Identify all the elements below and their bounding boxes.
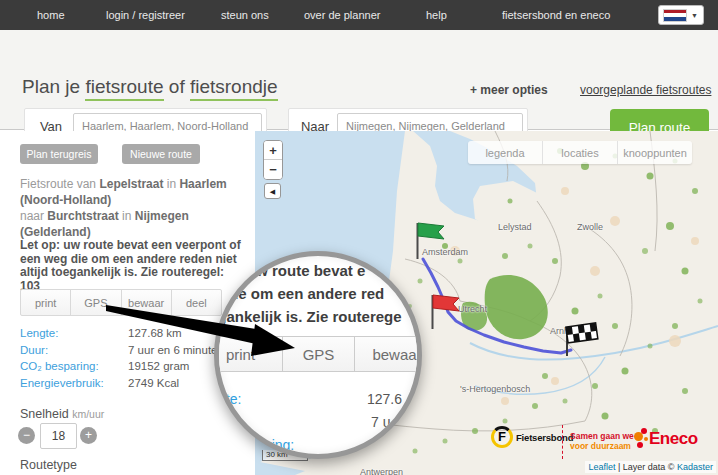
print-button[interactable]: print (21, 290, 71, 315)
top-nav: home login / registreer steun ons over d… (0, 0, 718, 30)
lens-warning-line3: egankelijk is. Zie routerege (214, 308, 402, 325)
stat-row-lengte: Lengte:127.68 km (20, 325, 240, 342)
zoom-in-button[interactable]: + (264, 141, 282, 160)
nieuwe-route-button[interactable]: Nieuwe route (122, 144, 200, 164)
lens-bewaar-button: bewaar (355, 337, 422, 371)
plan-terugreis-button[interactable]: Plan terugreis (20, 144, 98, 164)
samen-gaan-we-logo: Samen gaan we voor duurzaam (570, 432, 634, 451)
lens-lengte-value: 127.6 (367, 391, 402, 407)
stat-row-co2: CO₂ besparing:19152 gram (20, 358, 240, 375)
route-sidebar: Plan terugreis Nieuwe route Fietsroute v… (0, 131, 255, 475)
kadaster-link[interactable]: Kadaster (677, 462, 713, 472)
warning-flag-marker[interactable] (426, 291, 462, 333)
route-warning-text: Let op: uw route bevat een veerpont of e… (20, 239, 246, 293)
bewaar-button[interactable]: bewaar (122, 290, 172, 315)
snelheid-label: Snelheid km/uur (20, 407, 104, 421)
stat-label: Duur: (20, 344, 128, 356)
stat-value: 127.68 km (128, 327, 182, 339)
start-flag-marker[interactable] (411, 219, 447, 263)
eneco-logo: Eneco (633, 428, 698, 450)
desc-text: naar (20, 209, 47, 223)
stat-label: Lengte: (20, 327, 128, 339)
fietsroute-link[interactable]: fietsroute (85, 76, 163, 101)
attribution-text: | Layer data © (615, 462, 677, 472)
route-action-bar: print GPS bewaar deel (20, 289, 222, 316)
city-label-zwolle: Zwolle (577, 222, 603, 232)
zoom-out-button[interactable]: − (264, 160, 282, 179)
speed-input[interactable] (40, 423, 77, 449)
routetype-label: Routetype (20, 458, 77, 472)
voorgeplande-fietsroutes-link[interactable]: voorgeplande fietsroutes (580, 83, 711, 97)
fietsersbond-f-icon: F (491, 426, 513, 448)
leaflet-link[interactable]: Leaflet (588, 462, 615, 472)
lens-warning-line1: uw route bevat e (247, 262, 365, 279)
stat-label: CO₂ besparing: (20, 360, 128, 372)
lens-gps-button: GPS (283, 337, 355, 371)
planner-header: Plan je fietsroute of fietsrondje + meer… (0, 30, 718, 130)
city-label-utrecht: Utrecht (458, 304, 487, 314)
city-label-lelystad: Lelystad (498, 222, 532, 232)
legenda-button[interactable]: legenda (468, 141, 543, 164)
map-layer-control: legenda locaties knooppunten (468, 141, 692, 164)
snelheid-text: Snelheid (20, 407, 69, 421)
desc-start-street: Lepelstraat (99, 177, 163, 191)
locaties-button[interactable]: locaties (543, 141, 618, 164)
knooppunten-button[interactable]: knooppunten (618, 141, 692, 164)
fietsersbond-logo: F Fietsersbond (491, 426, 573, 448)
stat-value: 7 uur en 6 minuten (128, 344, 224, 356)
title-prefix: Plan je (22, 76, 85, 97)
desc-text: in (163, 177, 179, 191)
deel-button[interactable]: deel (172, 290, 221, 315)
speed-increase-button[interactable]: + (80, 427, 97, 444)
eneco-dots-icon (633, 428, 649, 450)
page-title: Plan je fietsroute of fietsrondje (22, 76, 278, 98)
magnifier-lens: uw route bevat e die om een andere red e… (214, 251, 422, 459)
route-description: Fietsroute van Lepelstraat in Haarlem (N… (20, 176, 244, 240)
samen-line2: voor duurzaam (570, 442, 634, 452)
stat-row-duur: Duur:7 uur en 6 minuten (20, 342, 240, 359)
desc-text: in (119, 209, 135, 223)
title-mid: of (164, 76, 190, 97)
desc-end-street: Burchtstraat (47, 209, 118, 223)
lens-warning-line2: die om een andere red (225, 285, 384, 302)
city-label-antwerpen: Antwerpen (360, 467, 403, 475)
route-planner-page: home login / registreer steun ons over d… (0, 0, 718, 475)
finish-flag-marker[interactable] (557, 321, 603, 361)
nav-help[interactable]: help (426, 0, 447, 30)
fietsersbond-text: Fietsersbond (516, 432, 573, 443)
chevron-down-icon: ▼ (691, 12, 698, 19)
desc-text: Fietsroute van (20, 177, 99, 191)
language-selector[interactable]: ▼ (658, 5, 704, 25)
stat-row-energie: Energieverbruik:2749 Kcal (20, 375, 240, 392)
nav-steun-ons[interactable]: steun ons (221, 0, 269, 30)
city-label-shertogenbosch: 's-Hertogenbosch (460, 384, 530, 394)
nav-over-de-planner[interactable]: over de planner (304, 0, 380, 30)
map-zoom-control: + − (263, 140, 283, 180)
stat-value: 19152 gram (128, 360, 189, 372)
sidebar-collapse-button[interactable]: ◀ (264, 183, 281, 199)
eneco-text: Eneco (649, 429, 698, 449)
nav-fietsersbond-en-eneco[interactable]: fietsersbond en eneco (502, 0, 610, 30)
nav-home[interactable]: home (37, 0, 65, 30)
stat-label: Energieverbruik: (20, 377, 128, 389)
snelheid-unit: km/uur (72, 408, 104, 420)
lens-action-bar: print GPS bewaar (214, 336, 422, 372)
lens-duur-value: 7 u (371, 414, 390, 430)
fietsrondje-link[interactable]: fietsrondje (190, 76, 278, 101)
map-attribution: Leaflet | Layer data © Kadaster (585, 461, 716, 473)
nav-login-registreer[interactable]: login / registreer (106, 0, 185, 30)
route-stats: Lengte:127.68 km Duur:7 uur en 6 minuten… (20, 325, 240, 391)
dutch-flag-icon (663, 9, 687, 22)
stat-value: 2749 Kcal (128, 377, 179, 389)
dashed-divider (562, 425, 563, 459)
speed-decrease-button[interactable]: − (18, 427, 35, 444)
lens-print-button: print (214, 337, 283, 371)
gps-button[interactable]: GPS (71, 290, 121, 315)
meer-opties-link[interactable]: + meer opties (470, 83, 548, 97)
